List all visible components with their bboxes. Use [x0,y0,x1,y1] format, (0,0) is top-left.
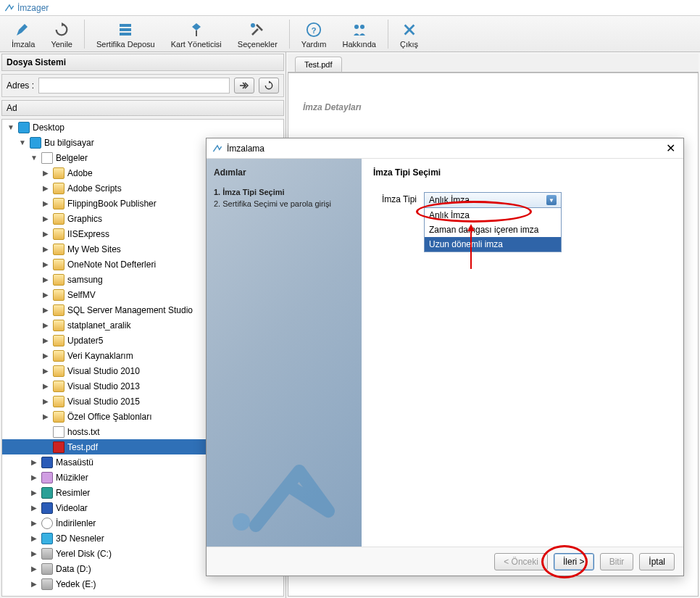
folder-icon [53,198,64,209]
tool-certstore-label: Sertifika Deposu [96,40,155,49]
cancel-button[interactable]: İptal [639,553,675,570]
tool-help[interactable]: ? Yardım [294,21,334,49]
folder-icon [53,228,64,240]
pen-icon [14,21,32,38]
back-button[interactable]: < Önceki [494,553,548,570]
tree-column-header[interactable]: Ad [1,100,284,116]
tree-arrow-icon: ▶ [41,184,50,192]
document-tabbar: Test.pdf [288,54,699,72]
tree-node-label: SelfMV [67,290,96,300]
note-icon [41,472,53,483]
stack-icon [117,21,134,38]
signature-details-label: İmza Detayları [303,102,683,112]
tree-arrow-icon: ▶ [41,215,50,223]
tree-arrow-icon: ▶ [41,306,50,314]
tree-arrow-icon: ▶ [30,565,38,573]
tree-arrow-icon: ▶ [41,336,50,344]
file-system-title: Dosya Sistemi [1,54,284,71]
chevron-down-icon: ▼ [546,195,557,205]
tools-icon [249,21,266,38]
folder-icon [53,183,64,194]
svg-rect-1 [120,28,131,31]
tree-node-label: Yerel Disk (C:) [56,549,112,559]
combo-selected[interactable]: Anlık İmza ▼ [425,193,561,207]
tree-arrow-icon: ▶ [30,549,38,557]
tool-refresh-label: Yenile [51,40,72,49]
tree-arrow-icon: ▶ [41,275,50,283]
tree-node[interactable]: ▼Desktop [2,120,283,135]
tool-help-label: Yardım [301,40,327,49]
tool-exit-label: Çıkış [400,40,418,49]
combo-selected-text: Anlık İmza [429,195,470,205]
tree-arrow-icon: ▶ [30,534,38,542]
tree-node-label: Graphics [67,214,102,224]
dialog-titlebar[interactable]: İmzalama ✕ [207,138,683,159]
tree-node[interactable]: ▶Yedek (E:) [2,576,283,591]
toolbar-separator [388,20,388,49]
folder-icon [53,304,64,316]
tree-node-label: Bu bilgisayar [44,138,94,148]
exit-icon [401,21,418,38]
address-label: Adres : [7,80,34,91]
tree-node-label: Visual Studio 2010 [67,366,140,376]
finish-button[interactable]: Bitir [600,553,634,570]
tool-cardmgr[interactable]: Kart Yöneticisi [164,21,229,49]
go-button[interactable] [234,78,254,94]
dialog-footer: < Önceki İleri > Bitir İptal [207,547,683,576]
tool-refresh[interactable]: Yenile [43,21,80,49]
tree-node-label: Resimler [56,488,90,498]
tool-cardmgr-label: Kart Yöneticisi [171,40,222,49]
tree-arrow-icon: ▶ [41,245,50,253]
tree-arrow-icon: ▶ [41,291,50,299]
next-button[interactable]: İleri > [554,553,594,570]
toolbar-separator [84,20,85,49]
tool-sign[interactable]: İmzala [4,21,42,49]
tree-node-label: İndirilenler [56,518,96,528]
folder-icon [53,274,64,286]
tree-node-label: Visual Studio 2013 [67,381,140,391]
svg-rect-2 [120,33,131,36]
combo-option[interactable]: Uzun dönemli imza [425,237,561,252]
svg-point-8 [233,513,250,531]
tree-arrow-icon: ▶ [30,519,38,527]
refresh-button[interactable] [259,78,279,94]
folder-icon [53,396,64,407]
tree-node-label: FlippingBook Publisher [67,199,157,209]
address-row: Adres : [1,74,284,97]
tree-arrow-icon: ▶ [30,489,38,497]
doc-icon [41,152,53,164]
svg-rect-0 [120,24,131,27]
folder-icon [53,335,64,346]
combo-option[interactable]: Anlık İmza [425,208,561,223]
tree-arrow-icon: ▶ [41,397,50,405]
drive-icon [41,563,53,575]
tree-node-label: Updater5 [67,336,103,346]
dialog-main-header: İmza Tipi Seçimi [373,167,672,178]
signature-watermark-icon [220,442,343,536]
tree-node-label: Müzikler [56,473,88,483]
tool-about[interactable]: Hakkında [336,21,383,49]
signature-type-combo[interactable]: Anlık İmza ▼ Anlık İmzaZaman damgası içe… [424,192,562,252]
tree-arrow-icon: ▶ [41,352,50,360]
drive-icon [41,578,53,590]
tree-node-label: Visual Studio 2015 [67,396,140,407]
media-icon [41,502,53,514]
tool-certstore[interactable]: Sertifika Deposu [89,21,162,49]
dialog-close-button[interactable]: ✕ [663,141,678,156]
address-input[interactable] [38,78,230,94]
tree-arrow-icon: ▼ [18,138,27,146]
tree-node-label: My Web Sites [67,244,121,254]
signing-dialog: İmzalama ✕ Adımlar 1. İmza Tipi Seçimi 2… [206,138,684,576]
tree-arrow-icon: ▶ [30,473,38,481]
step-1: 1. İmza Tipi Seçimi [214,186,354,198]
tree-node-label: Belgeler [56,153,88,163]
tool-options[interactable]: Seçenekler [230,21,285,49]
tree-node-label: statplanet_aralik [67,320,130,331]
tool-exit[interactable]: Çıkış [393,21,425,49]
combo-option[interactable]: Zaman damgası içeren imza [425,223,561,237]
people-icon [351,21,368,38]
doc-icon [53,426,64,438]
tab-testpdf[interactable]: Test.pdf [295,57,342,72]
dialog-title: İmzalama [227,144,264,154]
tree-node-label: Adobe Scripts [67,183,122,194]
